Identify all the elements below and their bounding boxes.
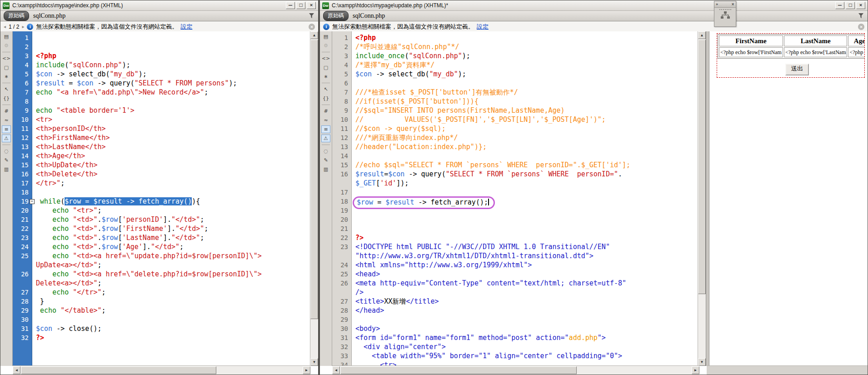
code-line[interactable]: 22?>: [332, 233, 698, 242]
horizontal-scrollbar[interactable]: ◄ ►: [13, 365, 310, 375]
maximize-button[interactable]: □: [296, 2, 305, 9]
prev-file-icon[interactable]: ◂: [4, 24, 6, 29]
scroll-down-icon[interactable]: ▼: [698, 358, 706, 366]
tab-sqlconn[interactable]: sqlConn.php: [353, 12, 385, 20]
code-line[interactable]: 25 echo "<td><a href=\"update.php?id=$ro…: [13, 251, 310, 260]
scroll-up-icon[interactable]: ▲: [310, 31, 318, 39]
design-table-cell[interactable]: <?php ec: [848, 47, 865, 57]
dismiss-info-icon[interactable]: ×: [858, 24, 864, 30]
word-wrap-icon[interactable]: ≡: [2, 125, 11, 133]
scroll-up-icon[interactable]: ▲: [698, 31, 706, 39]
design-table-header[interactable]: Age: [848, 35, 865, 46]
code-line[interactable]: 13<th>LastName</th>: [13, 142, 310, 151]
code-line[interactable]: 29 echo "</table>";: [13, 306, 310, 315]
line-numbers-icon[interactable]: #: [321, 107, 330, 115]
dismiss-info-icon[interactable]: ×: [309, 24, 315, 30]
code-line[interactable]: 15//echo $sql="SELECT * FROM `persons` W…: [332, 160, 698, 170]
close-button[interactable]: ×: [856, 2, 865, 9]
code-line[interactable]: 9//$sql="INSERT INTO persons(FirstName,L…: [332, 106, 698, 115]
code-line[interactable]: 12<th>FirstName</th>: [13, 133, 310, 142]
code-line[interactable]: 17</tr>";: [13, 179, 310, 188]
select-parent-tag-icon[interactable]: ↖: [321, 85, 330, 93]
scrollbar-thumb[interactable]: [21, 366, 216, 374]
code-line[interactable]: 15<th>UpDate</th>: [13, 160, 310, 170]
code-line[interactable]: 10<tr>: [13, 115, 310, 124]
code-line[interactable]: 4include("sqlConn.php");: [13, 60, 310, 70]
title-bar[interactable]: Dw C:\xampp\htdocs\mypage\update.php (XH…: [320, 0, 868, 11]
code-line[interactable]: 9echo "<table border='1'>: [13, 106, 310, 115]
code-line[interactable]: 21 echo "<td>".$row['personID']."</td>";: [13, 215, 310, 224]
code-line[interactable]: 32?>: [13, 333, 310, 342]
code-line[interactable]: 8//if(isset($_POST['button'])){: [332, 97, 698, 106]
files-panel-icon[interactable]: [720, 11, 730, 20]
code-fold-toggle-icon[interactable]: −: [30, 199, 35, 204]
code-line[interactable]: 31<form id="form1" name="form1" method="…: [332, 333, 698, 342]
code-line[interactable]: 16<th>Delete</th>: [13, 170, 310, 179]
expand-panels-icon[interactable]: »: [716, 2, 718, 7]
code-line[interactable]: 20 echo "<tr>";: [13, 206, 310, 215]
close-button[interactable]: ×: [307, 2, 316, 9]
code-line[interactable]: 16$result=$con -> query("SELECT * FROM `…: [332, 170, 698, 179]
code-line[interactable]: Delete<a></td>";: [13, 279, 310, 288]
vertical-scrollbar[interactable]: ▲ ▼: [310, 31, 318, 366]
code-line[interactable]: 20: [332, 215, 698, 224]
code-line[interactable]: 2: [13, 42, 310, 51]
code-line[interactable]: 10// VALUES('$_POST[FN]','$_POST[LN]','$…: [332, 115, 698, 124]
code-line[interactable]: 32 <div align="center">: [332, 342, 698, 351]
code-line[interactable]: 33 <table width="95%" border="1" align="…: [332, 351, 698, 360]
code-line[interactable]: "http://www.w3.org/TR/xhtml1/DTD/xhtml1-…: [332, 251, 698, 260]
code-line[interactable]: $_GET['id']);: [332, 179, 698, 188]
close-panel-icon[interactable]: ×: [731, 2, 734, 7]
collapse-full-tag-icon[interactable]: <>: [321, 55, 330, 62]
minimize-button[interactable]: —: [286, 2, 295, 9]
collapse-selection-icon[interactable]: ▢: [2, 64, 11, 71]
apply-comment-icon[interactable]: ◌: [2, 147, 11, 155]
code-view-update[interactable]: 1<?php2/*呼叫並連線"sqlConn.php"*/3include_on…: [332, 31, 698, 366]
collapse-full-tag-icon[interactable]: <>: [2, 55, 11, 62]
code-line[interactable]: 22 echo "<td>".$row['FirstName']."</td>"…: [13, 224, 310, 233]
expand-all-icon[interactable]: ∗: [321, 73, 330, 80]
open-documents-icon[interactable]: ▤: [321, 33, 330, 40]
code-line[interactable]: 14<th>Age</th>: [13, 151, 310, 160]
vertical-scrollbar[interactable]: ▲ ▼: [698, 31, 706, 366]
scrollbar-thumb[interactable]: [698, 40, 706, 294]
code-line[interactable]: 6: [332, 79, 698, 88]
code-line[interactable]: 17: [332, 188, 698, 197]
code-line[interactable]: 13//header("Location:index.php")};: [332, 142, 698, 151]
code-line[interactable]: 26 echo "<td><a href=\"delete.php?id=$ro…: [13, 270, 310, 279]
code-line[interactable]: 11<th>personID</th>: [13, 124, 310, 133]
code-line[interactable]: 25<head>: [332, 270, 698, 279]
code-line[interactable]: 27 echo "</tr>";: [13, 288, 310, 297]
panel-grip[interactable]: [719, 9, 731, 10]
highlight-invalid-code-icon[interactable]: ≈: [321, 116, 330, 124]
code-line[interactable]: 27<title>XX新增</title>: [332, 297, 698, 306]
recent-snippets-icon[interactable]: ▥: [321, 165, 330, 173]
code-line[interactable]: 26<meta http-equiv="Content-Type" conten…: [332, 279, 698, 288]
line-numbers-icon[interactable]: #: [2, 107, 11, 115]
syntax-error-alerts-icon[interactable]: ⚠: [321, 135, 330, 142]
code-line[interactable]: 12///*網頁重新導向index.php*/: [332, 133, 698, 142]
submit-button[interactable]: 送出: [785, 64, 809, 75]
expand-all-icon[interactable]: ∗: [2, 73, 11, 80]
design-table-cell[interactable]: <?php echo $row['LastNam: [784, 47, 848, 57]
code-navigate-icon[interactable]: ⚙: [321, 42, 330, 50]
code-navigate-icon[interactable]: ⚙: [2, 42, 11, 50]
syntax-error-alerts-icon[interactable]: ⚠: [2, 135, 11, 142]
code-view-index[interactable]: 123<?php4include("sqlConn.php");5$con ->…: [13, 31, 310, 366]
code-line[interactable]: 8: [13, 97, 310, 106]
code-line[interactable]: 1: [13, 33, 310, 42]
code-line[interactable]: 24 echo "<td>".$row['Age']."</td>";: [13, 242, 310, 251]
code-line[interactable]: 5$con -> select_db("my_db");: [332, 70, 698, 79]
setup-link[interactable]: 設定: [477, 23, 489, 31]
code-line[interactable]: 6$result = $con -> query("SELECT * FROM …: [13, 79, 310, 88]
tab-source-code[interactable]: 原始碼: [4, 11, 29, 21]
filter-funnel-icon[interactable]: [308, 13, 315, 19]
edit-icon[interactable]: ✎: [321, 156, 330, 164]
code-line[interactable]: 7///*檢查isset $_POST['button']有無被動作*/: [332, 88, 698, 97]
code-line[interactable]: UpDate<a></td>";: [13, 260, 310, 270]
select-parent-tag-icon[interactable]: ↖: [2, 85, 11, 93]
collapse-selection-icon[interactable]: ▢: [321, 64, 330, 71]
code-line[interactable]: 24<html xmlns="http://www.w3.org/1999/xh…: [332, 260, 698, 270]
code-line[interactable]: 2/*呼叫並連線"sqlConn.php"*/: [332, 42, 698, 51]
scrollbar-thumb[interactable]: [310, 40, 318, 319]
